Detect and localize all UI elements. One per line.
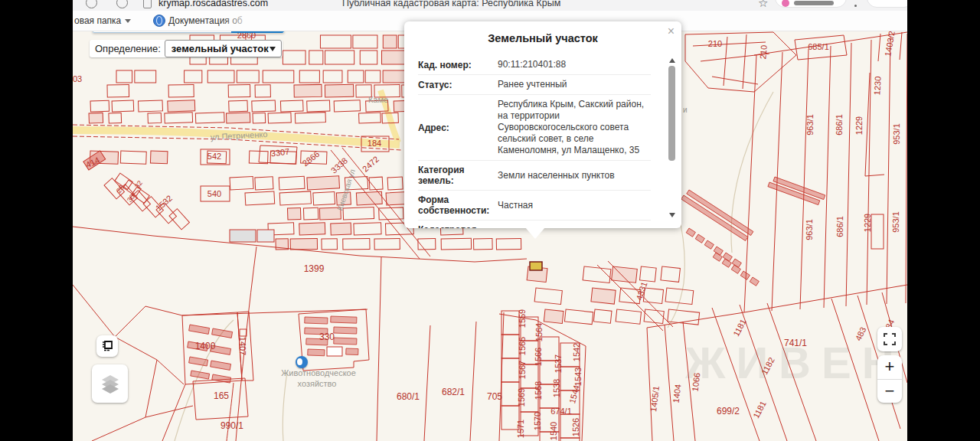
chevron-down-icon (125, 19, 131, 23)
watermark: ЖИВЕН (685, 337, 905, 388)
definition-select[interactable]: земельный участок (165, 40, 282, 57)
zoom-control: + − (877, 355, 902, 403)
reload-icon[interactable] (86, 0, 97, 8)
home-icon[interactable] (116, 0, 128, 8)
extension-icon (782, 0, 789, 7)
definition-value: земельный участок (172, 43, 269, 54)
definition-row: Определение: земельный участок (90, 40, 283, 57)
scroll-up-icon[interactable] (669, 58, 675, 63)
url-text[interactable]: krymap.roscadastres.com (158, 0, 268, 8)
info-row: Форма собственности:Частная (418, 190, 651, 220)
definition-label: Определение: (90, 43, 165, 54)
popup-rows: Кад. номер:90:11:210401:88Статус:Ранее у… (418, 55, 651, 228)
close-icon[interactable]: × (668, 24, 675, 38)
info-value: 90:11:210401:88 (498, 59, 651, 70)
fullscreen-icon (884, 333, 896, 345)
info-row: Категория земель:Земли населенных пункто… (418, 160, 651, 190)
info-row: Кад. номер:90:11:210401:88 (418, 55, 651, 74)
bookmark-folder[interactable]: овая папка (74, 15, 121, 26)
info-label: Адрес: (418, 122, 488, 133)
scrollbar-thumb[interactable] (668, 66, 675, 161)
letterbox-left (0, 0, 73, 441)
parcel-info-popup: Земельный участок × Кад. номер:90:11:210… (404, 21, 681, 228)
globe-icon (153, 15, 165, 27)
page-title: Публичная кадастровая карта: Республика … (342, 0, 560, 8)
selected-parcel[interactable] (530, 262, 542, 270)
fullscreen-button[interactable] (877, 327, 902, 351)
ruler-icon (101, 340, 113, 352)
extension-pill[interactable] (775, 0, 847, 8)
bookmark-star-icon[interactable]: ☆ (758, 0, 768, 10)
letterbox-right (907, 0, 980, 441)
info-label: Категория земель: (418, 165, 488, 186)
info-label: Статус: (418, 80, 488, 90)
zoom-out-button[interactable]: − (877, 380, 902, 403)
scroll-down-icon[interactable] (669, 213, 675, 217)
info-value: Республика Крым, Сакский район, на терри… (498, 99, 651, 156)
menu-dot-icon (854, 5, 857, 7)
layers-button[interactable] (92, 364, 128, 403)
fade-overlay (222, 11, 253, 31)
info-label: Кад. номер: (418, 60, 488, 70)
screen: krymap.roscadastres.com Публичная кадаст… (0, 0, 980, 441)
info-value: Ранее учтенный (498, 79, 651, 90)
poi-marker[interactable] (296, 356, 308, 368)
browser-address-bar: krymap.roscadastres.com Публичная кадаст… (0, 0, 980, 11)
popup-title: Земельный участок (404, 32, 681, 44)
popup-tail (525, 227, 545, 239)
info-value: Земли населенных пунктов (498, 170, 651, 181)
popup-scrollbar[interactable] (668, 57, 676, 219)
page-info-icon[interactable] (143, 0, 152, 8)
info-row: Статус:Ранее учтенный (418, 74, 651, 94)
info-value: Частная (498, 200, 651, 211)
extension-label-redacted (794, 1, 834, 5)
zoom-in-button[interactable]: + (877, 355, 902, 380)
measure-button[interactable] (96, 335, 118, 357)
chevron-down-icon (270, 47, 276, 51)
layers-icon (100, 373, 121, 394)
info-label: Форма собственности: (418, 194, 488, 216)
info-row: Адрес:Республика Крым, Сакский район, на… (418, 94, 651, 160)
info-label: Кадастровая стоимость: (418, 224, 488, 228)
